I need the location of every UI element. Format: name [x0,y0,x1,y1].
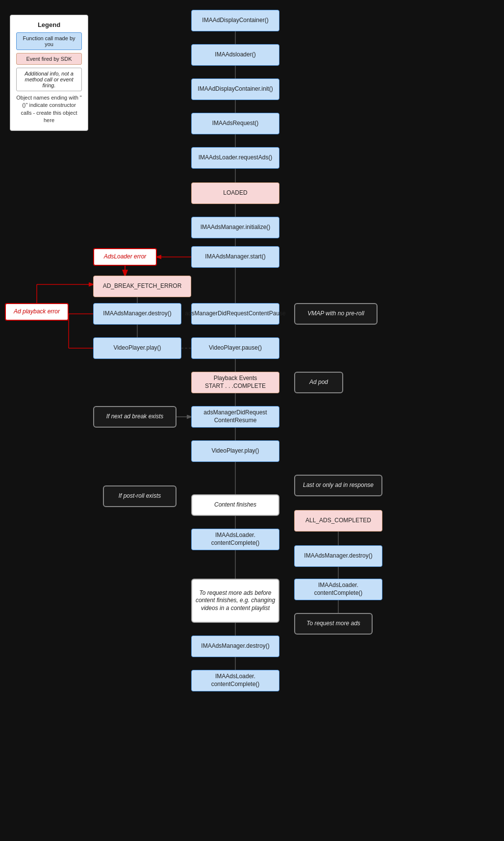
imaAdsManagerInit: IMAAdsManager.​initialize() [191,217,279,238]
imaAdsLoaderContentComplete2: IMAAdsLoader.​contentComplete() [294,579,382,600]
ifPostRollExists-label: If post-roll exists [119,492,161,500]
imaAdsManagerDestroy3: IMAAdsManager.​destroy() [191,636,279,657]
adsLoaderError-label: AdsLoader error [104,253,147,261]
imaAdsRequest-label: IMAAdsRequest() [212,120,259,127]
adsLoaderError: AdsLoader error [93,248,157,266]
ifNextAdBreak-label: If next ad break exists [106,413,164,421]
imaAdsManagerDestroy: IMAAdsManager.​destroy() [93,303,181,325]
requestMoreAdsNote: To request more ads before content finis… [191,579,279,623]
contentFinishes-label: Content finishes [214,501,256,509]
imaAdsManagerStart-label: IMAAdsManager.​start() [205,253,265,261]
adPod-label: Ad pod [309,379,328,386]
imaAdsLoaderContentComplete-label: IMAAdsLoader.​contentComplete() [192,532,279,547]
imaAdsRequest: IMAAdsRequest() [191,113,279,134]
allAdsCompleted: ALL_ADS_COMPLETED [294,510,382,532]
playbackEvents: Playback Events START . . .COMPLETE [191,372,279,393]
videoPlayerPlay1: VideoPlayer.​play() [93,337,181,359]
legend-note: Object names ending with "()" indicate c… [16,94,82,125]
videoPlayerPause-label: VideoPlayer.​pause() [209,344,262,352]
adPlaybackError: Ad playback error [5,303,69,321]
adsManagerDidRequestContentResume-label: adsManagerDidRequest ContentResume [203,409,267,424]
adsManagerDidRequestContentPause-label: adsManagerDidRequestContentPause [185,310,285,318]
imaAdDisplayContainer-label: IMAAd​DisplayContainer() [202,17,268,25]
vmapNoPreRoll-label: VMAP with no pre-roll [307,310,364,318]
adBreakFetchError-label: AD_BREAK_FETCH_ERROR [103,282,182,290]
imaAdsManagerDestroy2-label: IMAAdsManager.​destroy() [304,552,372,560]
imaAdDisplayContainerInit-label: IMAAdDisplayContainer.init() [198,85,273,93]
adsManagerDidRequestContentResume: adsManagerDidRequest ContentResume [191,406,279,428]
loaded-label: LOADED [223,189,247,197]
toRequestMoreAds-label: To request more ads [306,620,360,628]
adsManagerDidRequestContentPause: adsManagerDidRequestContentPause [191,303,279,325]
imaAdsLoader-label: IMAAdsl​oader() [215,51,255,59]
legend-blue-box: Function call made by you [16,32,82,50]
imaAdsManagerInit-label: IMAAdsManager.​initialize() [201,224,271,231]
contentFinishes: Content finishes [191,494,279,516]
legend: Legend Function call made by you Event f… [10,15,88,131]
videoPlayerPlay2-label: VideoPlayer.​play() [211,447,259,455]
ifPostRollExists: If post-roll exists [103,485,176,507]
imaAdsLoaderRequestAds: IMAAdsLoader.​requestAds() [191,147,279,169]
imaAdsLoaderContentComplete2-label: IMAAdsLoader.​contentComplete() [295,582,382,597]
lastOrOnlyAdResponse-label: Last or only ad in response [303,482,374,489]
imaAdDisplayContainer: IMAAd​DisplayContainer() [191,10,279,31]
playbackEvents-label: Playback Events START . . .COMPLETE [205,375,266,390]
adPod: Ad pod [294,372,343,393]
vmapNoPreRoll: VMAP with no pre-roll [294,303,378,325]
legend-title: Legend [16,21,82,28]
videoPlayerPlay2: VideoPlayer.​play() [191,440,279,462]
diagram-container: Legend Function call made by you Event f… [0,0,504,841]
imaAdsLoaderContentComplete: IMAAdsLoader.​contentComplete() [191,529,279,550]
imaAdsLoaderContentComplete3-label: IMAAdsLoader.​contentComplete() [192,673,279,688]
toRequestMoreAds: To request more ads [294,613,373,635]
imaAdsManagerStart: IMAAdsManager.​start() [191,246,279,268]
allAdsCompleted-label: ALL_ADS_COMPLETED [305,517,371,525]
lastOrOnlyAdResponse: Last or only ad in response [294,475,382,496]
videoPlayerPlay1-label: VideoPlayer.​play() [113,344,161,352]
imaAdsLoaderRequestAds-label: IMAAdsLoader.​requestAds() [199,154,273,162]
ifNextAdBreak: If next ad break exists [93,406,176,428]
legend-pink-box: Event fired by SDK [16,53,82,65]
requestMoreAdsNote-label: To request more ads before content finis… [192,589,278,612]
imaAdsManagerDestroy2: IMAAdsManager.​destroy() [294,545,382,567]
adPlaybackError-label: Ad playback error [14,308,60,316]
imaAdsManagerDestroy3-label: IMAAdsManager.​destroy() [201,642,269,650]
adBreakFetchError: AD_BREAK_FETCH_ERROR [93,276,191,297]
imaAdsManagerDestroy-label: IMAAdsManager.​destroy() [103,310,171,318]
imaAdsLoader: IMAAdsl​oader() [191,44,279,66]
imaAdsLoaderContentComplete3: IMAAdsLoader.​contentComplete() [191,670,279,691]
imaAdDisplayContainerInit: IMAAdDisplayContainer.init() [191,78,279,100]
loaded: LOADED [191,182,279,204]
legend-italic-box: Additional info, not a method call or ev… [16,68,82,91]
videoPlayerPause: VideoPlayer.​pause() [191,337,279,359]
